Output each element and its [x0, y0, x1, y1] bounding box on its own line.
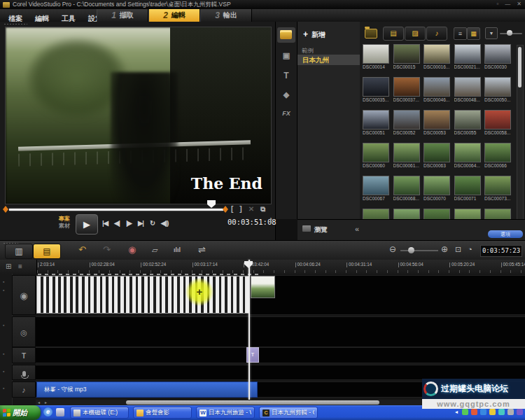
tray-icon[interactable] — [489, 409, 496, 415]
media-thumbnail[interactable]: DSC00048... — [454, 77, 484, 110]
mark-out-button[interactable]: ] — [239, 205, 241, 214]
timecode-spinner[interactable]: ▲▼ — [269, 216, 273, 225]
track-toggle-icon[interactable]: ▪ — [3, 369, 4, 374]
media-thumbnail[interactable]: DSC00074 — [363, 209, 392, 219]
timeline-zoom-in-button[interactable]: ⊕ — [441, 244, 448, 254]
overlay-track-header[interactable]: ◎ — [12, 316, 36, 347]
media-thumbnail[interactable]: DSC00014 — [363, 44, 392, 77]
video-clip-rendering[interactable] — [36, 276, 250, 314]
media-thumbnail[interactable]: DSC00070 — [424, 176, 453, 209]
music-track-header[interactable]: ♪ — [12, 382, 36, 398]
quicklaunch-icon[interactable] — [56, 408, 64, 416]
chapter-marker-row[interactable] — [38, 274, 260, 275]
media-thumbnail[interactable]: DSC00050... — [484, 77, 514, 110]
filter-audio-button[interactable]: ♪ — [426, 27, 447, 41]
media-thumbnail[interactable]: DSC00075... — [393, 209, 423, 219]
media-library-icon[interactable] — [280, 30, 292, 39]
storyboard-view-button[interactable]: ▥ — [5, 244, 33, 259]
media-thumbnail[interactable]: DSC00073... — [484, 176, 514, 209]
timeline-view-button[interactable]: ▤ — [33, 244, 61, 259]
import-media-button[interactable]: ▼ — [485, 27, 498, 39]
graphics-icon[interactable]: ◆ — [276, 90, 297, 99]
volume-button[interactable]: ◀)) — [161, 219, 169, 227]
hscroll-thumb[interactable] — [126, 400, 379, 405]
hscroll-right-arrow[interactable]: ▸ — [45, 400, 47, 405]
media-thumbnail[interactable]: DSC00053 — [424, 110, 453, 143]
media-thumbnail[interactable]: DSC00055 — [454, 110, 484, 143]
window-control-button[interactable]: — — [505, 1, 510, 7]
media-thumbnail[interactable]: DSC00058... — [484, 110, 514, 143]
step-tab-3[interactable]: 3輸出 — [200, 9, 252, 22]
scrubber-bar[interactable] — [9, 209, 223, 211]
title-tool-icon[interactable]: T — [276, 71, 297, 80]
mode-project-label[interactable]: 專案 — [59, 216, 70, 223]
timeline-zoom-slider[interactable] — [400, 250, 438, 251]
panel-drag-handle[interactable] — [4, 23, 27, 26]
tray-icon[interactable] — [480, 409, 486, 415]
instant-project-button[interactable]: ▱ — [152, 246, 158, 255]
timeline-playhead[interactable] — [248, 260, 250, 400]
grid-view-button[interactable]: ▦ — [467, 27, 480, 40]
split-clip-button[interactable]: ✕ — [248, 205, 254, 214]
track-toggle-icon[interactable]: ▪ — [3, 351, 4, 356]
ripple-edit-button[interactable]: ⇌ — [198, 244, 206, 255]
taskbar-button[interactable]: W日本九州旅遊 - Wo... — [196, 407, 255, 419]
sound-mixer-button[interactable]: ılıl — [174, 246, 181, 253]
voice-track[interactable] — [36, 365, 525, 380]
media-thumbnail[interactable]: DSC00064... — [454, 143, 484, 176]
video-clip-next[interactable] — [251, 276, 275, 298]
end-button[interactable]: ▶| — [138, 219, 144, 227]
browse-button[interactable]: 瀏覽 — [302, 225, 328, 234]
library-scrollbar-thumb[interactable] — [518, 47, 522, 88]
timeline-timecode[interactable]: 0:03:57:23 — [480, 245, 522, 257]
next-frame-button[interactable]: |▶ — [126, 219, 132, 227]
add-gallery-button[interactable]: +新增 — [303, 29, 326, 40]
track-toggle-icon[interactable]: ▪ — [3, 386, 4, 391]
media-thumbnail[interactable]: DSC00052 — [393, 110, 423, 143]
scrubber-playhead[interactable] — [207, 200, 216, 208]
undo-button[interactable]: ↶ — [78, 244, 86, 255]
taskbar-button[interactable]: 會聲會影 — [133, 407, 192, 419]
timeline-zoom-out-button[interactable]: ⊖ — [389, 244, 396, 254]
media-thumbnail[interactable]: DSC00078 — [454, 209, 484, 219]
track-manager-icon[interactable]: ⊞ — [6, 262, 11, 270]
filter-photo-button[interactable]: ▨ — [405, 27, 426, 41]
track-toggle-icon[interactable]: ▪ — [3, 288, 4, 293]
step-tab-2[interactable]: 2編輯 — [148, 9, 200, 22]
list-view-button[interactable]: ≡ — [454, 27, 467, 40]
video-track-header[interactable]: ◉ — [12, 275, 36, 315]
gallery-item-selected[interactable]: 日本九州 — [298, 55, 360, 65]
thumbnail-size-knob[interactable] — [507, 30, 512, 36]
repeat-button[interactable]: ↻ — [150, 219, 155, 227]
media-thumbnail[interactable]: DSC00037... — [393, 77, 423, 110]
voice-track-header[interactable] — [12, 365, 36, 380]
title-track-header[interactable]: T — [12, 347, 36, 363]
media-thumbnail[interactable]: DSC00030 — [484, 44, 514, 77]
media-thumbnail[interactable]: DSC00061... — [393, 143, 423, 176]
title-track[interactable] — [36, 347, 525, 363]
media-thumbnail[interactable]: DSC00067 — [363, 176, 392, 209]
media-thumbnail[interactable]: DSC00046... — [424, 77, 453, 110]
library-scrollbar[interactable] — [517, 45, 524, 220]
window-control-button[interactable]: ✕ — [517, 1, 522, 7]
step-tab-1[interactable]: 1擷取 — [97, 9, 148, 22]
open-folder-icon[interactable] — [365, 29, 377, 38]
enlarge-preview-button[interactable]: ⧉ — [260, 205, 265, 214]
taskbar-button[interactable]: C日本九州剪輯 - Cor... — [259, 407, 318, 419]
track-list-icon[interactable]: ≡ — [18, 262, 22, 270]
tray-icon[interactable] — [462, 409, 468, 415]
media-thumbnail[interactable]: DSC00068... — [393, 176, 423, 209]
media-thumbnail[interactable]: DSC00066 — [484, 143, 514, 176]
mark-in-button[interactable]: [ — [231, 205, 233, 214]
media-thumbnail[interactable]: DSC00071 — [454, 176, 484, 209]
tray-icon[interactable] — [517, 409, 523, 415]
timeline-zoom-knob[interactable] — [408, 247, 414, 253]
fit-project-button[interactable]: ⊡ — [455, 245, 461, 254]
tray-icon[interactable] — [471, 409, 477, 415]
music-clip[interactable]: 林峯 - 守候 mp3 — [36, 382, 258, 398]
media-thumbnail[interactable]: DSC00021... — [454, 44, 484, 77]
filter-fx-icon[interactable]: FX — [276, 110, 297, 117]
collapse-panel-button[interactable]: « — [355, 225, 359, 233]
media-thumbnail[interactable]: DSC00015 — [393, 44, 423, 77]
taskbar-button[interactable]: 本機磁碟 (E:) — [70, 407, 129, 419]
